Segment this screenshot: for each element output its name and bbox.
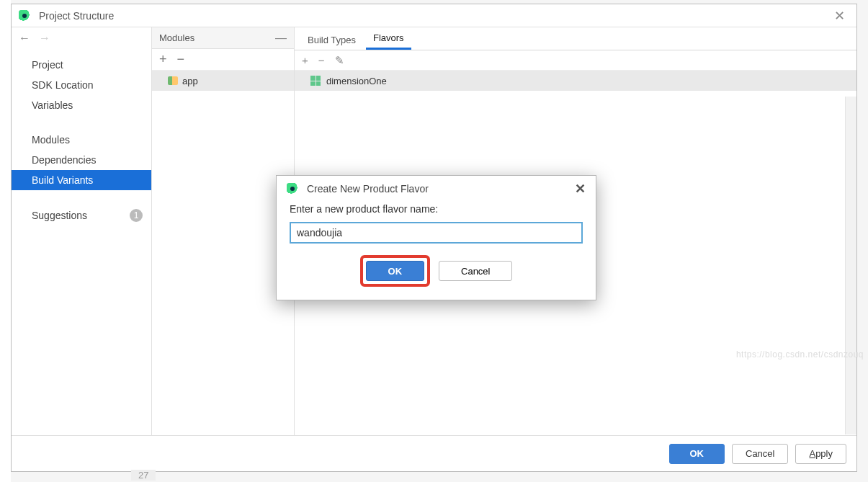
modules-column: Modules — + − app: [152, 27, 295, 435]
ok-button[interactable]: OK: [669, 444, 725, 464]
ok-highlight-annotation: OK: [360, 255, 431, 287]
titlebar: Project Structure ✕: [12, 4, 856, 27]
add-module-icon[interactable]: +: [159, 52, 167, 67]
flavors-toolbar: + − ✎: [295, 50, 856, 71]
forward-icon: →: [39, 32, 50, 45]
dialog-titlebar: Create New Product Flavor ✕: [277, 176, 596, 202]
dialog-buttons: OK Cancel: [290, 255, 583, 287]
nav-item-modules[interactable]: Modules: [12, 130, 151, 150]
tabs: Build Types Flavors: [295, 27, 856, 50]
close-icon[interactable]: ✕: [575, 181, 586, 197]
tab-flavors[interactable]: Flavors: [366, 28, 411, 50]
scrollbar[interactable]: [845, 97, 856, 434]
apply-button[interactable]: Apply: [795, 444, 846, 464]
collapse-icon[interactable]: —: [275, 32, 287, 45]
remove-module-icon[interactable]: −: [177, 52, 185, 67]
ok-button[interactable]: OK: [366, 261, 425, 281]
module-label: app: [182, 76, 198, 86]
nav-item-sdk-location[interactable]: SDK Location: [12, 75, 151, 95]
dimension-icon: [310, 76, 321, 86]
line-number: 27: [131, 470, 156, 481]
nav-history: ← →: [12, 27, 151, 49]
flavor-name-input[interactable]: [290, 222, 583, 244]
nav-item-build-variants[interactable]: Build Variants: [12, 170, 151, 190]
modules-header-label: Modules: [159, 32, 194, 43]
dialog-label: Enter a new product flavor name:: [290, 203, 583, 215]
module-item-app[interactable]: app: [152, 71, 294, 91]
window-title: Project Structure: [39, 10, 114, 22]
android-studio-icon: [287, 183, 298, 195]
nav-column: ← → Project SDK Location Variables Modul…: [12, 27, 152, 435]
close-icon[interactable]: ✕: [830, 6, 849, 25]
android-studio-icon: [19, 10, 30, 22]
module-folder-icon: [168, 76, 178, 85]
editor-gutter: [0, 0, 11, 482]
tab-build-types[interactable]: Build Types: [300, 30, 363, 50]
nav-item-project[interactable]: Project: [12, 55, 151, 75]
remove-flavor-icon[interactable]: −: [318, 54, 325, 66]
nav-item-suggestions[interactable]: Suggestions 1: [12, 205, 151, 226]
cancel-button[interactable]: Cancel: [732, 444, 788, 464]
flavor-label: dimensionOne: [326, 76, 387, 86]
dialog-title: Create New Product Flavor: [307, 183, 429, 195]
add-flavor-icon[interactable]: +: [302, 54, 308, 66]
create-flavor-dialog: Create New Product Flavor ✕ Enter a new …: [276, 175, 596, 300]
nav-item-dependencies[interactable]: Dependencies: [12, 150, 151, 170]
dialog-body: Enter a new product flavor name: OK Canc…: [277, 202, 596, 300]
flavors-list: dimensionOne: [295, 71, 856, 91]
back-icon[interactable]: ←: [19, 32, 30, 45]
edit-flavor-icon[interactable]: ✎: [335, 54, 344, 67]
nav-item-variables[interactable]: Variables: [12, 95, 151, 115]
modules-header: Modules —: [152, 27, 294, 49]
bottom-bar: OK Cancel Apply: [12, 435, 856, 471]
modules-toolbar: + −: [152, 49, 294, 71]
nav-list: Project SDK Location Variables Modules D…: [12, 49, 151, 226]
watermark: https://blog.csdn.net/csdnzouq: [736, 349, 864, 360]
cancel-button[interactable]: Cancel: [439, 261, 512, 281]
flavor-item-dimensionone[interactable]: dimensionOne: [295, 71, 856, 91]
code-fragment: 27: [131, 468, 170, 482]
suggestions-badge: 1: [130, 209, 143, 222]
